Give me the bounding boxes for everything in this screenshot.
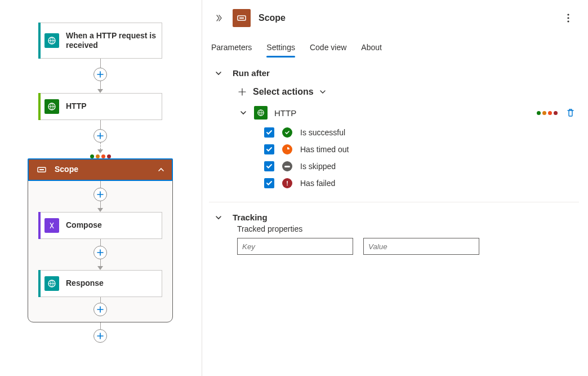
condition-label: Is successful — [300, 128, 345, 137]
tracked-properties-label: Tracked properties — [212, 224, 576, 233]
add-step-button[interactable] — [93, 129, 107, 143]
add-step-button[interactable] — [93, 246, 107, 259]
checkbox-skipped[interactable] — [264, 161, 274, 171]
node-label: When a HTTP request is received — [66, 31, 156, 51]
condition-timedout: Has timed out — [264, 144, 576, 154]
condition-successful: Is successful — [264, 127, 576, 138]
tab-codeview[interactable]: Code view — [310, 39, 346, 57]
tab-about[interactable]: About — [361, 39, 382, 57]
run-after-dots — [537, 111, 558, 115]
node-label: Compose — [66, 220, 102, 231]
connector — [38, 322, 162, 343]
chevron-down-icon — [319, 89, 326, 95]
tab-parameters[interactable]: Parameters — [211, 39, 252, 57]
scope-icon — [35, 163, 48, 176]
add-step-button[interactable] — [93, 303, 107, 316]
response-icon — [44, 276, 59, 291]
panel-header: Scope — [209, 6, 579, 35]
condition-label: Has failed — [300, 179, 335, 188]
add-step-button[interactable] — [93, 329, 107, 343]
chevron-down-icon[interactable] — [239, 109, 247, 117]
scope-container: Scope Compose — [28, 158, 173, 322]
workflow-canvas[interactable]: When a HTTP request is received HTTP — [0, 0, 202, 376]
checkbox-successful[interactable] — [264, 127, 274, 138]
tracked-key-input[interactable] — [237, 238, 353, 255]
more-menu-button[interactable] — [560, 10, 577, 26]
chevron-down-icon — [215, 69, 222, 77]
select-actions-button[interactable]: Select actions — [237, 87, 576, 97]
run-after-dots — [90, 154, 111, 158]
tabs: Parameters Settings Code view About — [209, 35, 579, 58]
http-icon — [254, 106, 268, 120]
node-label: HTTP — [66, 101, 87, 112]
add-step-button[interactable] — [93, 188, 107, 201]
condition-label: Has timed out — [300, 145, 349, 154]
select-actions-label: Select actions — [253, 87, 314, 97]
request-icon — [44, 33, 59, 48]
scope-icon — [233, 9, 251, 27]
tab-settings[interactable]: Settings — [266, 39, 295, 57]
accent — [38, 23, 41, 59]
node-response[interactable]: Response — [38, 270, 162, 297]
condition-label: Is skipped — [300, 162, 336, 171]
section-title: Run after — [233, 68, 270, 78]
success-icon — [282, 127, 292, 138]
collapse-panel-button[interactable] — [211, 11, 225, 25]
chevron-up-icon — [157, 166, 165, 174]
section-title: Tracking — [233, 213, 268, 222]
delete-run-after-button[interactable] — [565, 108, 576, 118]
condition-skipped: Is skipped — [264, 161, 576, 171]
http-icon — [44, 99, 59, 114]
checkbox-timedout[interactable] — [264, 144, 274, 154]
compose-icon — [44, 218, 59, 233]
svg-point-8 — [567, 17, 569, 19]
timeout-icon — [282, 144, 292, 154]
add-step-button[interactable] — [93, 68, 107, 81]
panel-title: Scope — [259, 13, 286, 23]
fail-icon: ! — [282, 178, 292, 188]
connector — [38, 59, 162, 93]
node-compose[interactable]: Compose — [38, 212, 162, 239]
svg-point-7 — [567, 14, 569, 15]
chevron-down-icon — [215, 214, 222, 222]
node-http[interactable]: HTTP — [38, 93, 162, 120]
node-label: Scope — [55, 165, 78, 175]
checkbox-failed[interactable] — [264, 178, 274, 188]
condition-failed: ! Has failed — [264, 178, 576, 188]
section-header-tracking[interactable]: Tracking — [212, 213, 576, 222]
node-label: Response — [66, 278, 104, 289]
svg-point-9 — [567, 20, 569, 22]
section-header-run-after[interactable]: Run after — [212, 68, 576, 78]
node-http-trigger[interactable]: When a HTTP request is received — [38, 23, 162, 59]
accent — [38, 270, 41, 297]
svg-rect-11 — [284, 166, 290, 167]
svg-rect-3 — [39, 169, 44, 170]
run-after-item: HTTP — [237, 106, 576, 188]
details-panel: Scope Parameters Settings Code view Abou… — [202, 0, 588, 376]
accent — [38, 93, 41, 120]
skip-icon — [282, 161, 292, 171]
svg-rect-6 — [239, 17, 244, 19]
section-run-after: Run after Select actions — [209, 58, 579, 202]
section-tracking: Tracking Tracked properties — [209, 202, 579, 268]
plus-icon — [237, 87, 247, 97]
tracked-value-input[interactable] — [363, 238, 479, 255]
run-after-item-name: HTTP — [274, 108, 296, 118]
connector — [38, 120, 162, 158]
node-scope-header[interactable]: Scope — [28, 158, 173, 181]
accent — [38, 212, 41, 239]
